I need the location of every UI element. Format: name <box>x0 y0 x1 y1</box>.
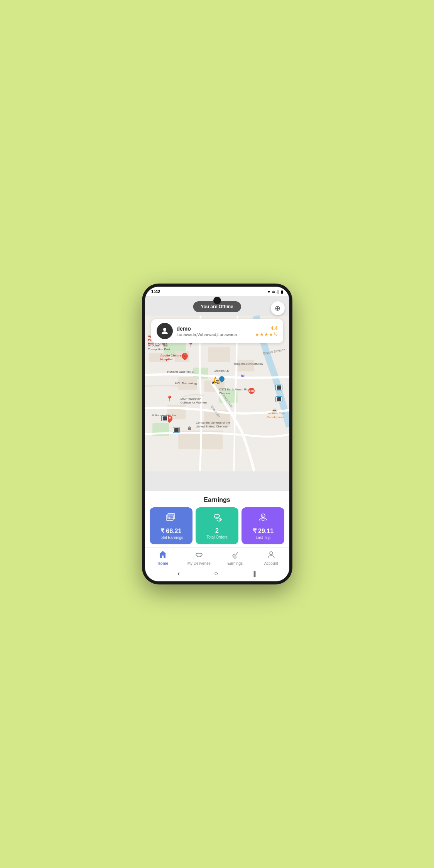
network-icon: .|| <box>276 290 279 294</box>
map-transit2: ⬛ <box>275 396 282 402</box>
last-trip-icon: $ <box>258 512 269 525</box>
nav-home[interactable]: Home <box>145 550 181 566</box>
status-bar: 1:42 ▼ ≋ .|| ▮ <box>145 287 289 296</box>
total-earnings-amount: ₹ 68.21 <box>160 527 181 535</box>
last-trip-card[interactable]: $ ₹ 29.11 Last Trip <box>241 507 284 544</box>
star-4: ★ <box>269 332 273 337</box>
svg-point-22 <box>196 553 202 556</box>
svg-point-23 <box>197 556 198 557</box>
total-earnings-card[interactable]: ₹ ₹ 68.21 Total Earnings <box>150 507 193 544</box>
earnings-nav-label: Earnings <box>228 561 243 566</box>
driver-avatar <box>157 323 173 339</box>
bottom-nav: Home My Deliveries <box>145 547 289 567</box>
map-pin-blue2: 📍 <box>166 395 173 402</box>
star-half: ½ <box>274 332 277 337</box>
back-button[interactable]: ‹ <box>177 569 180 578</box>
svg-point-27 <box>270 552 273 555</box>
map-speed-sign: 100 <box>248 388 255 394</box>
svg-point-24 <box>200 556 201 557</box>
svg-rect-7 <box>208 347 230 362</box>
status-time: 1:42 <box>151 289 160 294</box>
delivery-scooter: 🛵 <box>211 376 220 385</box>
map-area: You are Offline ⊕ H H H 📍 📍 ☯ 🛵 ☕ Apollo… <box>145 296 289 491</box>
camera-notch <box>213 297 221 304</box>
home-icon <box>159 550 167 561</box>
svg-point-14 <box>163 328 166 331</box>
star-rating: ★ ★ ★ ★ ½ <box>255 332 277 337</box>
nav-deliveries[interactable]: My Deliveries <box>181 550 217 566</box>
nav-account[interactable]: Account <box>253 550 289 566</box>
deliveries-label: My Deliveries <box>187 561 211 566</box>
total-orders-amount: 2 <box>215 527 219 534</box>
battery-icon: ▮ <box>281 290 283 294</box>
earnings-icon: ₹ <box>165 512 176 525</box>
svg-text:$: $ <box>235 556 236 559</box>
last-trip-label: Last Trip <box>256 535 270 540</box>
map-govt-icon: 🏛 <box>187 426 191 431</box>
status-icons: ▼ ≋ .|| ▮ <box>267 290 283 294</box>
driver-info: demo Lunawada,Voharwad,Lunawada <box>177 326 255 337</box>
rating-number: 4.4 <box>255 325 277 331</box>
star-3: ★ <box>264 332 269 337</box>
map-transit3: ⬛ <box>161 415 168 421</box>
map-label-rutland: Rutland Gate 4th St <box>167 370 194 373</box>
system-nav: ‹ ○ ||| <box>145 567 289 581</box>
phone-screen: 1:42 ▼ ≋ .|| ▮ <box>145 287 289 581</box>
driver-rating: 4.4 ★ ★ ★ ★ ½ <box>255 325 277 337</box>
map-label-consulate: Consulate General of the United States, … <box>196 421 235 428</box>
earnings-title: Earnings <box>150 496 285 503</box>
svg-text:$: $ <box>262 515 263 517</box>
map-transit1: ⬛ <box>275 385 282 390</box>
home-button[interactable]: ○ <box>214 570 218 577</box>
map-pin-om: ☯ <box>241 373 245 378</box>
total-earnings-label: Total Earnings <box>159 535 183 540</box>
map-label-tirupathi: Tirupathi Devasthana <box>234 362 263 366</box>
total-orders-label: Total Orders <box>206 535 227 539</box>
nav-earnings[interactable]: $ Earnings <box>217 550 253 566</box>
star-2: ★ <box>260 332 264 337</box>
map-label-apollo-hospital: Apollo Children's Hospital <box>160 354 189 361</box>
recent-button[interactable]: ||| <box>252 571 257 577</box>
signal-icon: ▼ <box>267 290 271 294</box>
total-orders-card[interactable]: 2 Total Orders <box>196 507 238 544</box>
svg-point-18 <box>214 514 220 517</box>
star-1: ★ <box>255 332 259 337</box>
earnings-nav-icon: $ <box>231 550 239 561</box>
earnings-section: Earnings ₹ ₹ 68.21 Total Earnings <box>145 491 289 547</box>
map-label-greams: Greams Ln <box>214 369 229 373</box>
map-transit4: ⬛ <box>173 427 180 433</box>
svg-point-19 <box>219 519 221 520</box>
driver-location: Lunawada,Voharwad,Lunawada <box>177 332 255 337</box>
phone-wrapper: 1:42 ▼ ≋ .|| ▮ <box>142 284 292 584</box>
account-icon <box>267 550 275 561</box>
location-button[interactable]: ⊕ <box>271 301 285 315</box>
map-label-mop: MOP Vaishnav College for Women <box>181 397 211 404</box>
deliveries-icon <box>195 550 203 561</box>
map-label-airborne: Airborne - The Trampoline Park <box>148 344 179 351</box>
home-label: Home <box>157 561 168 566</box>
orders-icon <box>211 512 222 525</box>
driver-card: demo Lunawada,Voharwad,Lunawada 4.4 ★ ★ … <box>151 319 283 343</box>
driver-name: demo <box>177 326 255 332</box>
last-trip-amount: ₹ 29.11 <box>253 527 274 535</box>
wifi-icon: ≋ <box>272 290 275 294</box>
earnings-cards: ₹ ₹ 68.21 Total Earnings <box>150 507 285 544</box>
account-label: Account <box>264 561 278 566</box>
location-icon: ⊕ <box>275 304 280 312</box>
map-label-writers: Writer's Cafe Gopalapuram <box>260 412 285 419</box>
map-label-hcl: HCL Technology <box>175 382 198 385</box>
